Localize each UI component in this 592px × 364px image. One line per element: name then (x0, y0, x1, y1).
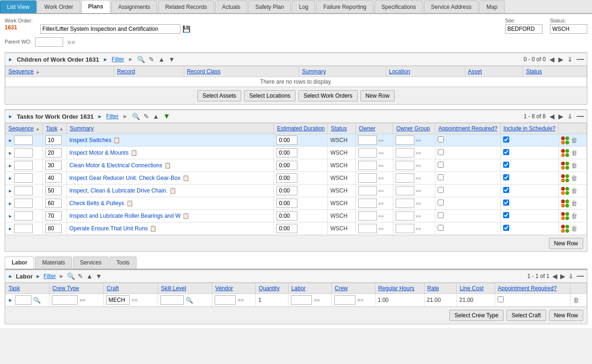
children-search-icon[interactable]: 🔍 (137, 56, 145, 63)
task-duration-input[interactable] (276, 136, 297, 145)
task-row-expander[interactable]: ► (8, 163, 13, 168)
task-duration-input[interactable] (276, 211, 297, 221)
task-summary-link[interactable]: Inspect and Lubricate Roller Bearings an… (69, 213, 180, 219)
labor-crew-type-input[interactable] (52, 295, 78, 305)
task-owner-chevron[interactable]: »» (378, 213, 383, 219)
task-appt-checkbox[interactable] (438, 162, 444, 168)
task-circles-icon[interactable] (561, 149, 569, 157)
task-info-icon[interactable]: 📋 (169, 187, 176, 194)
task-circles-icon[interactable] (561, 212, 569, 220)
task-owner-input[interactable] (358, 136, 377, 145)
labor-row-expander[interactable]: ► (8, 297, 13, 303)
labor-up-icon[interactable]: ▲ (86, 272, 93, 280)
task-row-expander[interactable]: ► (8, 201, 13, 206)
tab-service-address[interactable]: Service Address (424, 0, 479, 13)
task-duration-input[interactable] (276, 224, 297, 233)
labor-craft-input[interactable] (106, 295, 130, 305)
labor-col-vendor[interactable]: Vendor (212, 283, 256, 294)
task-owner-chevron[interactable]: »» (378, 226, 383, 231)
task-owner-group-input[interactable] (396, 199, 414, 208)
labor-labor-chevron[interactable]: »» (314, 297, 320, 303)
task-include-checkbox[interactable] (503, 162, 509, 168)
tab-specifications[interactable]: Specifications (375, 0, 423, 13)
task-include-checkbox[interactable] (503, 225, 509, 231)
labor-labor-input[interactable] (291, 295, 312, 305)
labor-col-skill-level[interactable]: Skill Level (158, 283, 212, 294)
labor-vendor-chevron[interactable]: »» (238, 297, 244, 303)
children-up-icon[interactable]: ▲ (158, 56, 165, 63)
parent-wo-chevron[interactable]: »» (67, 38, 75, 46)
tab-tools[interactable]: Tools (109, 257, 137, 269)
task-num-input[interactable] (45, 186, 62, 195)
task-info-icon[interactable]: 📋 (113, 137, 120, 143)
task-summary-link[interactable]: Inspect Gear Reducer Unit. Check Gear-Bo… (69, 175, 180, 181)
labor-col-appt[interactable]: Appointment Required? (495, 283, 570, 294)
labor-col-crew-type[interactable]: Crew Type (49, 283, 103, 294)
tasks-col-appt[interactable]: Appointment Required? (435, 123, 500, 134)
task-owner-chevron[interactable]: »» (378, 175, 383, 181)
task-appt-checkbox[interactable] (438, 149, 444, 155)
task-owner-chevron[interactable]: »» (378, 188, 383, 193)
parent-wo-input[interactable] (35, 37, 63, 47)
task-circles-icon[interactable] (561, 187, 569, 195)
task-num-input[interactable] (45, 199, 62, 208)
tasks-col-task[interactable]: Task ▲ (43, 123, 67, 134)
tasks-nav-next[interactable]: ▶ (558, 113, 563, 120)
task-row-expander[interactable]: ► (8, 150, 13, 156)
children-download-icon[interactable]: ⇓ (567, 56, 573, 63)
task-owner-group-input[interactable] (396, 211, 414, 221)
tasks-col-owner-group[interactable]: Owner Group (393, 123, 435, 134)
tasks-up-icon[interactable]: ▲ (153, 113, 159, 120)
wo-desc-icon[interactable]: 💾 (182, 25, 190, 33)
task-owner-input[interactable] (358, 148, 377, 157)
task-summary-link[interactable]: Inspect Motor & Mounts (69, 150, 129, 156)
task-owner-group-chevron[interactable]: »» (415, 200, 421, 206)
task-appt-checkbox[interactable] (438, 200, 444, 206)
labor-col-quantity[interactable]: Quantity (256, 283, 289, 294)
tasks-new-row-button[interactable]: New Row (549, 238, 583, 249)
tasks-expand-icon[interactable]: ► (8, 114, 13, 119)
tab-materials[interactable]: Materials (35, 257, 72, 269)
labor-col-labor[interactable]: Labor (288, 283, 332, 294)
labor-col-rate[interactable]: Rate (424, 283, 457, 294)
task-seq-input[interactable] (14, 224, 33, 233)
labor-nav-prev[interactable]: ◀ (552, 272, 557, 280)
labor-col-crew[interactable]: Crew (332, 283, 375, 294)
tab-services[interactable]: Services (73, 257, 108, 269)
task-delete-icon[interactable]: 🗑 (571, 162, 578, 169)
children-col-summary[interactable]: Summary (299, 66, 386, 77)
wo-number-link[interactable]: 1631 (5, 24, 33, 31)
tasks-col-sequence[interactable]: Sequence ▲ (6, 123, 43, 134)
tasks-download-icon[interactable]: ⇓ (567, 113, 573, 120)
wo-description-input[interactable] (40, 24, 180, 34)
labor-download-icon[interactable]: ⇓ (568, 272, 574, 280)
tasks-nav-prev[interactable]: ◀ (549, 113, 555, 120)
task-appt-checkbox[interactable] (438, 187, 444, 193)
task-owner-group-input[interactable] (396, 224, 414, 233)
task-summary-link[interactable]: Operate Ensure That Unit Runs (69, 225, 148, 232)
task-info-icon[interactable]: 📋 (182, 213, 189, 219)
task-owner-group-chevron[interactable]: »» (415, 137, 421, 143)
children-collapse-btn[interactable]: — (577, 55, 584, 64)
tab-labor[interactable]: Labor (5, 257, 34, 269)
task-delete-icon[interactable]: 🗑 (571, 225, 578, 232)
task-owner-group-input[interactable] (396, 148, 414, 157)
select-locations-button[interactable]: Select Locations (244, 90, 296, 101)
tasks-filter-link[interactable]: Filter (106, 113, 119, 120)
task-num-input[interactable] (45, 136, 62, 145)
task-owner-chevron[interactable]: »» (378, 137, 383, 143)
task-summary-link[interactable]: Clean Motor & Electrical Connections (69, 162, 162, 169)
task-seq-input[interactable] (14, 173, 33, 183)
task-info-icon[interactable]: 📋 (182, 175, 189, 181)
labor-skill-input[interactable] (160, 295, 184, 305)
task-owner-group-chevron[interactable]: »» (415, 226, 421, 231)
children-filter-arrow[interactable]: ► (128, 56, 133, 63)
children-expand-icon[interactable]: ► (8, 57, 13, 62)
task-include-checkbox[interactable] (503, 200, 509, 206)
select-assets-button[interactable]: Select Assets (197, 90, 241, 101)
task-owner-chevron[interactable]: »» (378, 163, 383, 168)
task-seq-input[interactable] (14, 161, 33, 170)
task-owner-input[interactable] (358, 161, 377, 170)
task-seq-input[interactable] (14, 186, 33, 195)
task-owner-group-chevron[interactable]: »» (415, 163, 421, 168)
